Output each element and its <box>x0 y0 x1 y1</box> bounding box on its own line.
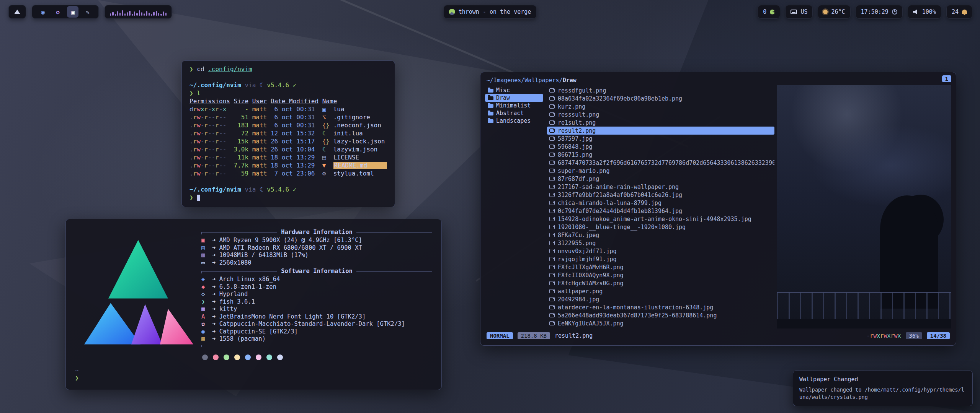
keyboard-layout-pill[interactable]: US <box>785 5 813 19</box>
lua-icon: ☾ <box>260 81 263 89</box>
header-permissions: Permissions <box>189 98 230 105</box>
terminal-window-nvim-config[interactable]: ❯ cd .config/nvim ~/.config/nvim via ☾ v… <box>181 60 395 207</box>
image-file-icon <box>549 225 555 229</box>
fetch-info-row: ❯ ➜ fish 3.6.1 <box>201 298 432 306</box>
notifications-pill[interactable]: 24 <box>946 5 972 19</box>
image-file-icon <box>549 313 555 317</box>
scroll-percent-badge: 36% <box>906 332 922 339</box>
file-name: 87r687df.png <box>558 176 599 182</box>
lua-version: v5.4.6 <box>267 81 289 89</box>
folder-icon <box>488 119 493 123</box>
command-text: cd <box>197 65 204 73</box>
file-owner: matt <box>252 122 267 129</box>
image-file-icon <box>549 145 555 149</box>
file-list-item[interactable]: 587597.jpg <box>547 135 774 143</box>
file-name: .gitignore <box>333 114 387 121</box>
sidebar-folder-item[interactable]: Landscapes <box>485 117 543 125</box>
file-list-item[interactable]: rsjqojlmjhf91.jpg <box>547 255 774 263</box>
file-list-item[interactable]: 08a634fa02a32364f69ebc86a98eb1eb.png <box>547 94 774 102</box>
file-list-item[interactable]: 596848.jpg <box>547 143 774 151</box>
image-file-icon <box>549 265 555 269</box>
check-icon: ✓ <box>293 186 297 193</box>
file-list-item[interactable]: chica-mirando-la-luna-8799.jpg <box>547 199 774 207</box>
file-list-item[interactable]: 154928-odinokoe_anime-art-anime-okno-sin… <box>547 215 774 223</box>
file-list[interactable]: ressdfgult.png 08a634fa02a32364f69ebc86a… <box>543 85 777 328</box>
file-name: FXfcII0X0AQyn9X.png <box>558 272 624 279</box>
image-file-icon <box>549 273 555 277</box>
file-list-item[interactable]: EeNKYgIUcAAJ5JX.png <box>547 319 774 327</box>
spec-icon: ◈ <box>201 276 209 283</box>
workspace-button[interactable]: ✎ <box>82 6 93 18</box>
file-permissions: drwxr-xr-x <box>189 106 230 113</box>
file-list-item[interactable]: ressdfgult.png <box>547 86 774 94</box>
file-list-item[interactable]: 866715.png <box>547 151 774 159</box>
file-list-item[interactable]: 3122955.png <box>547 239 774 247</box>
prompt-path: ~/.config/nvim <box>189 81 241 89</box>
file-list-item[interactable]: FXfcII0X0AQyn9X.png <box>547 271 774 279</box>
input-line[interactable]: ❯ <box>189 194 387 202</box>
fetch-info-row: ▥ ➜ 10948MiB / 64183MiB (17%) <box>201 252 432 259</box>
volume-pill[interactable]: 100% <box>908 5 941 19</box>
workspace-button[interactable]: ▣ <box>67 6 78 18</box>
file-list-item[interactable]: 217167-sad-anime-rain-wallpaper.png <box>547 183 774 191</box>
file-list-item[interactable]: 68747470733a2f2f696d616765732d7769786d70… <box>547 159 774 167</box>
topbar-center: thrown - on the verge <box>444 5 537 19</box>
package-updates-icon <box>770 10 775 15</box>
file-list-item[interactable]: 87r687df.png <box>547 175 774 183</box>
image-file-icon <box>549 217 555 221</box>
divider-line <box>356 232 432 233</box>
notification-title: Wallpaper Changed <box>799 376 966 383</box>
file-list-item[interactable]: FXfcJlTXgAMvH6R.png <box>547 263 774 271</box>
path-prefix: ~/Imagenes/Wallpapers/ <box>487 77 563 84</box>
workspace-button[interactable]: ✪ <box>52 6 64 18</box>
sidebar-folder-item[interactable]: Minimalist <box>485 102 543 109</box>
workspace-button[interactable]: ◉ <box>37 6 49 18</box>
file-list-item[interactable]: 5a266e448add93deab367d87173e9f25-6837886… <box>547 311 774 319</box>
fetch-info-row: ▦ ➜ kitty <box>201 306 432 313</box>
clock-pill[interactable]: 17:50:29 <box>856 5 903 19</box>
spec-value: 6.5.8-zen1-1-zen <box>219 283 276 290</box>
file-list-item[interactable]: atardecer-en-la-montanas-ilustracion-634… <box>547 303 774 311</box>
audio-visualizer-widget[interactable] <box>105 5 172 19</box>
file-list-item[interactable]: super-mario.png <box>547 167 774 175</box>
image-file-icon <box>549 297 555 301</box>
ls-file-row: .rw-r--r-- 72 matt 12 oct 15:32 ☾ init.l… <box>189 130 387 138</box>
sidebar-folder-item[interactable]: Misc <box>485 86 543 94</box>
notification-popup[interactable]: Wallpaper Changed Wallpaper changed to /… <box>793 371 973 406</box>
image-file-icon <box>549 177 555 181</box>
file-list-item[interactable]: resssult.png <box>547 111 774 119</box>
file-type-icon: ▼ <box>322 162 333 169</box>
spec-value: JetBrainsMono Nerd Font Light 10 [GTK2/3… <box>219 313 366 320</box>
music-disc-icon <box>449 9 455 15</box>
file-list-item[interactable]: 3126f7e9bbf21a8a4af0b67b041c6e26.jpg <box>547 191 774 199</box>
spec-value: 980x413 <box>219 259 252 266</box>
launcher-button[interactable] <box>8 5 26 19</box>
weather-pill[interactable]: 26°C <box>818 5 850 19</box>
sidebar-folder-item[interactable]: Draw <box>485 94 543 102</box>
fetch-info-panel: Hardware Information ▣ ➜ AMD Ryzen 9 590… <box>201 227 432 360</box>
sidebar-folder-item[interactable]: Abstract <box>485 109 543 117</box>
file-list-item[interactable]: 8FKa7Cu.jpeg <box>547 231 774 239</box>
file-list-item[interactable]: re1sult.png <box>547 119 774 127</box>
breadcrumb: ~/Imagenes/Wallpapers/ Draw <box>485 75 951 85</box>
folder-icon <box>488 96 493 100</box>
fetch-prompt[interactable]: ~ ❯ <box>75 366 432 382</box>
shell-prompt: ~/.config/nvim via ☾ v5.4.6 ✓ <box>189 81 387 89</box>
file-list-item[interactable]: result2.png <box>547 127 774 135</box>
file-list-item[interactable]: nnvuv0xj2df71.jpg <box>547 247 774 255</box>
file-list-item[interactable]: 19201080-__blue-tinge__-1920×1080.jpg <box>547 223 774 231</box>
file-list-item[interactable]: wallpaper.png <box>547 287 774 295</box>
divider-line <box>201 271 277 272</box>
layout-label: US <box>800 8 807 15</box>
media-player-pill[interactable]: thrown - on the verge <box>444 5 537 19</box>
workspace-icon: ✪ <box>56 8 60 16</box>
terminal-window-fetch[interactable]: Hardware Information ▣ ➜ AMD Ryzen 9 590… <box>65 219 442 390</box>
file-list-item[interactable]: 0c794faf07de24a4db4d4fb1eb813964.jpg <box>547 207 774 215</box>
image-file-icon <box>549 161 555 165</box>
file-list-item[interactable]: 20492984.jpg <box>547 295 774 303</box>
file-list-item[interactable]: kurz.png <box>547 102 774 111</box>
file-list-item[interactable]: FXfcHgcWIAMzs0G.png <box>547 279 774 287</box>
updates-pill[interactable]: 0 <box>758 5 780 19</box>
header-date: Date Modified <box>271 98 318 105</box>
file-manager-body: Misc Draw Minimalist Abstract <box>485 85 951 328</box>
